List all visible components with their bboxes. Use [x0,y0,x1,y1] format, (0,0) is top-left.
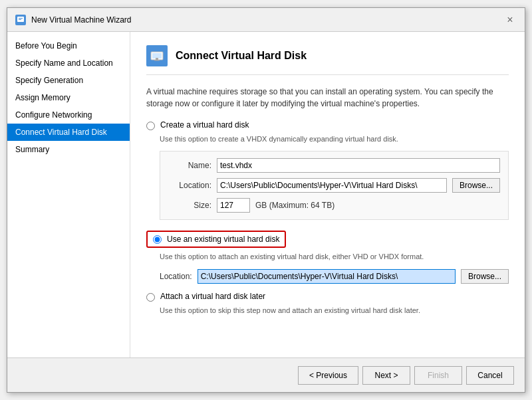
use-existing-label[interactable]: Use an existing virtual hard disk [167,235,279,244]
size-input[interactable] [217,198,250,213]
attach-later-label[interactable]: Attach a virtual hard disk later [160,292,265,301]
cancel-button[interactable]: Cancel [466,366,514,385]
create-new-form: Name: Location: Browse... Size: GB (Maxi… [160,151,509,220]
sidebar-item-configure-networking[interactable]: Configure Networking [7,106,130,124]
sidebar-item-before-you-begin[interactable]: Before You Begin [7,37,130,54]
option-create-new-radio-row: Create a virtual hard disk [146,120,509,130]
title-bar-left: New Virtual Machine Wizard [15,15,132,25]
option-use-existing-group: Use an existing virtual hard disk Use th… [146,231,509,283]
use-existing-radio[interactable] [153,235,162,244]
size-row: Size: GB (Maximum: 64 TB) [168,198,500,213]
name-row: Name: [168,158,500,173]
main-content: Connect Virtual Hard Disk A virtual mach… [130,32,525,357]
attach-later-desc: Use this option to skip this step now an… [160,306,509,316]
use-existing-location-input[interactable] [198,269,456,284]
svg-rect-1 [19,18,23,19]
location-input-create[interactable] [217,178,447,193]
svg-rect-4 [152,53,162,58]
browse-button-existing[interactable]: Browse... [461,269,509,284]
sidebar-item-assign-memory[interactable]: Assign Memory [7,89,130,106]
footer: < Previous Next > Finish Cancel [7,357,525,392]
sidebar-item-specify-name[interactable]: Specify Name and Location [7,54,130,72]
wizard-icon [15,15,26,25]
dialog-window: New Virtual Machine Wizard × Before You … [7,7,525,393]
option-create-new-group: Create a virtual hard disk Use this opti… [146,120,509,220]
use-existing-location-label: Location: [160,272,192,281]
finish-button[interactable]: Finish [414,366,462,385]
svg-rect-6 [154,60,160,61]
sidebar-item-specify-generation[interactable]: Specify Generation [7,72,130,89]
page-header-icon [146,45,168,66]
close-button[interactable]: × [503,13,517,27]
title-bar: New Virtual Machine Wizard × [7,8,525,32]
option-attach-later-radio-row: Attach a virtual hard disk later [146,292,509,302]
next-button[interactable]: Next > [362,366,410,385]
sidebar: Before You Begin Specify Name and Locati… [7,32,130,357]
use-existing-location-row: Location: Browse... [160,269,509,284]
content-area: Before You Begin Specify Name and Locati… [7,32,525,357]
sidebar-item-summary[interactable]: Summary [7,141,130,158]
location-row-create: Location: Browse... [168,178,500,193]
attach-later-radio[interactable] [146,293,155,302]
create-new-desc: Use this option to create a VHDX dynamic… [160,134,509,144]
page-description: A virtual machine requires storage so th… [146,86,509,110]
size-unit: GB (Maximum: 64 TB) [255,201,334,210]
name-input[interactable] [217,158,500,173]
size-label: Size: [168,201,211,210]
name-label: Name: [168,161,211,170]
location-label-create: Location: [168,181,211,190]
selected-option-box: Use an existing virtual hard disk [146,231,286,248]
create-new-label[interactable]: Create a virtual hard disk [160,120,249,130]
svg-rect-5 [156,58,158,60]
option-attach-later-group: Attach a virtual hard disk later Use thi… [146,292,509,316]
previous-button[interactable]: < Previous [298,366,358,385]
sidebar-item-connect-vhd[interactable]: Connect Virtual Hard Disk [7,124,130,141]
browse-button-create[interactable]: Browse... [452,178,500,193]
svg-rect-2 [19,19,21,20]
page-header: Connect Virtual Hard Disk [146,45,509,75]
use-existing-desc: Use this option to attach an existing vi… [160,252,509,262]
page-title: Connect Virtual Hard Disk [176,50,307,62]
title-bar-text: New Virtual Machine Wizard [31,15,132,25]
create-new-radio[interactable] [146,122,155,130]
